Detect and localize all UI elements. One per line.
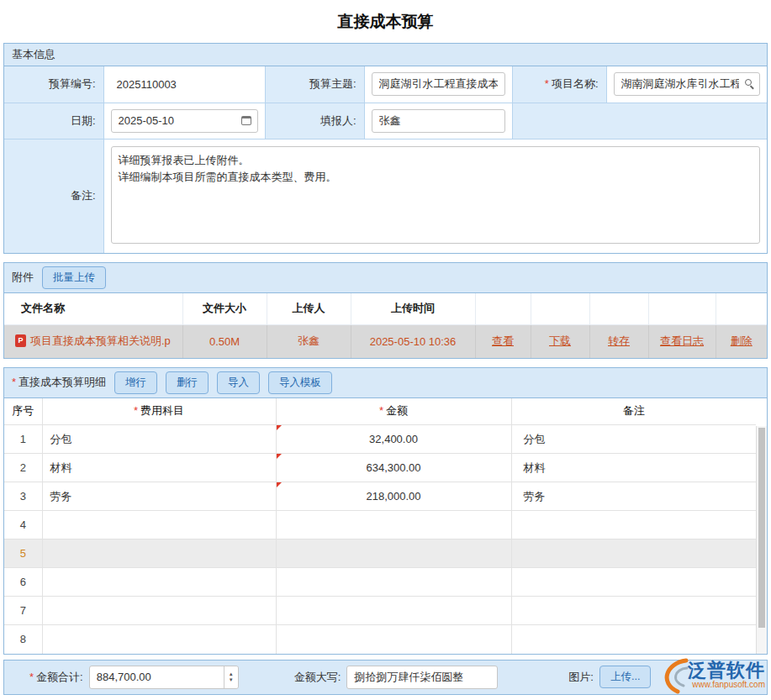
col-action xyxy=(531,293,589,325)
amount-cell[interactable] xyxy=(276,568,511,597)
reporter-input[interactable] xyxy=(372,109,505,133)
detail-row[interactable]: 4 xyxy=(4,511,756,539)
calendar-icon[interactable] xyxy=(241,116,251,125)
expense-subject-cell[interactable] xyxy=(42,597,276,625)
detail-row[interactable]: 1 分包 32,400.00 分包 xyxy=(4,425,756,454)
remark-cell[interactable] xyxy=(511,568,756,597)
col-uploader: 上传人 xyxy=(267,293,351,325)
date-input[interactable] xyxy=(111,109,258,133)
remark-cell[interactable] xyxy=(511,511,756,539)
attachment-uploader: 张鑫 xyxy=(267,325,351,358)
import-template-button[interactable]: 导入模板 xyxy=(268,371,332,394)
budget-no-label: 预算编号: xyxy=(4,66,103,103)
project-name-label: *项目名称: xyxy=(512,66,606,103)
amount-cell[interactable] xyxy=(276,597,511,625)
row-number-cell: 6 xyxy=(4,568,42,597)
remark-cell[interactable]: 材料 xyxy=(511,454,756,482)
scrollbar-thumb[interactable] xyxy=(758,428,765,628)
project-name-input[interactable] xyxy=(614,72,761,96)
download-link[interactable]: 下载 xyxy=(549,334,571,347)
row-number-cell: 5 xyxy=(4,539,42,568)
remark-cell[interactable]: 分包 xyxy=(511,425,756,454)
amount-cell[interactable] xyxy=(276,511,511,539)
amount-cell[interactable]: 634,300.00 xyxy=(276,454,511,482)
detail-panel: *直接成本预算明细 增行 删行 导入 导入模板 序号 *费用科目 *金额 备注 … xyxy=(3,367,768,655)
detail-row[interactable]: 8 xyxy=(4,625,756,654)
detail-table: 序号 *费用科目 *金额 备注 1 分包 32,400.00 分包 2 xyxy=(4,398,756,654)
import-button[interactable]: 导入 xyxy=(217,371,260,394)
amount-cell[interactable]: 218,000.00 xyxy=(276,482,511,511)
detail-section-title: *直接成本预算明细 xyxy=(12,375,106,390)
required-asterisk: * xyxy=(134,404,138,417)
row-number-cell: 7 xyxy=(4,597,42,625)
footer-bar: *金额合计: ▲ ▼ 金额大写: 图片: 上传... 泛普软件 www.fanp… xyxy=(3,660,768,695)
expense-subject-cell[interactable]: 分包 xyxy=(42,425,276,454)
attachments-panel: 附件 批量上传 文件名称 文件大小 上传人 上传时间 项目直接成本预算相关说明.… xyxy=(3,262,768,359)
image-upload-button[interactable]: 上传... xyxy=(599,666,651,688)
amount-in-words-input[interactable] xyxy=(346,666,498,689)
amount-in-words-label: 金额大写: xyxy=(294,670,341,685)
attachments-section-title: 附件 xyxy=(12,270,34,285)
amount-cell[interactable] xyxy=(276,625,511,654)
basic-info-panel: 基本信息 预算编号: 2025110003 预算主题: *项目名称: 日期: xyxy=(3,43,768,254)
budget-subject-input[interactable] xyxy=(372,72,505,96)
remark-label: 备注: xyxy=(4,139,103,253)
expense-subject-cell[interactable] xyxy=(42,511,276,539)
total-amount-label: *金额合计: xyxy=(29,670,83,685)
detail-row[interactable]: 7 xyxy=(4,597,756,625)
detail-row[interactable]: 5 xyxy=(4,539,756,568)
reporter-label: 填报人: xyxy=(265,103,364,139)
spinner-up-icon[interactable]: ▲ xyxy=(229,672,234,676)
expense-subject-cell[interactable]: 材料 xyxy=(42,454,276,482)
row-number-cell: 1 xyxy=(4,425,42,454)
remark-cell[interactable] xyxy=(511,539,756,568)
expense-subject-cell[interactable] xyxy=(42,625,276,654)
total-amount-input[interactable] xyxy=(89,666,239,689)
spinner-down-icon[interactable]: ▼ xyxy=(229,678,234,682)
col-expense-subject: *费用科目 xyxy=(42,398,276,425)
logo-site-url: www.fanpusoft.com xyxy=(692,681,765,690)
view-link[interactable]: 查看 xyxy=(492,334,514,347)
row-number-cell: 4 xyxy=(4,511,42,539)
col-action xyxy=(589,293,648,325)
delete-link[interactable]: 删除 xyxy=(731,334,753,347)
detail-row[interactable]: 3 劳务 218,000.00 劳务 xyxy=(4,482,756,511)
basic-info-section-title: 基本信息 xyxy=(12,47,55,62)
pdf-file-icon xyxy=(15,334,26,347)
fanpu-logo: 泛普软件 www.fanpusoft.com xyxy=(657,657,765,694)
transfer-link[interactable]: 转存 xyxy=(608,334,630,347)
amount-cell[interactable] xyxy=(276,539,511,568)
remark-cell[interactable] xyxy=(511,625,756,654)
image-label: 图片: xyxy=(568,670,594,685)
attachment-file-size: 0.50M xyxy=(182,325,267,358)
batch-upload-button[interactable]: 批量上传 xyxy=(42,266,106,289)
row-number-cell: 3 xyxy=(4,482,42,511)
col-amount: *金额 xyxy=(276,398,511,425)
empty-form-cell xyxy=(512,103,767,139)
expense-subject-cell[interactable]: 劳务 xyxy=(42,482,276,511)
amount-spinner[interactable]: ▲ ▼ xyxy=(224,666,238,688)
expense-subject-cell[interactable] xyxy=(42,539,276,568)
add-row-button[interactable]: 增行 xyxy=(114,371,157,394)
detail-row[interactable]: 6 xyxy=(4,568,756,597)
attachment-file-name[interactable]: 项目直接成本预算相关说明.p xyxy=(4,325,182,358)
page-title: 直接成本预算 xyxy=(0,0,771,43)
expense-subject-cell[interactable] xyxy=(42,568,276,597)
attachments-table: 文件名称 文件大小 上传人 上传时间 项目直接成本预算相关说明.p 0.50M … xyxy=(4,293,767,358)
remark-cell[interactable]: 劳务 xyxy=(511,482,756,511)
delete-row-button[interactable]: 删行 xyxy=(166,371,209,394)
budget-subject-label: 预算主题: xyxy=(265,66,364,103)
remark-textarea[interactable]: 详细预算报表已上传附件。 详细编制本项目所需的直接成本类型、费用。 xyxy=(111,146,761,244)
view-log-link[interactable]: 查看日志 xyxy=(660,334,704,347)
remark-cell[interactable] xyxy=(511,597,756,625)
required-asterisk: * xyxy=(545,77,549,90)
vertical-scrollbar[interactable] xyxy=(756,426,767,654)
amount-cell[interactable]: 32,400.00 xyxy=(276,425,511,454)
required-asterisk: * xyxy=(379,404,383,417)
detail-row[interactable]: 2 材料 634,300.00 材料 xyxy=(4,454,756,482)
search-icon[interactable] xyxy=(745,79,752,86)
col-row-number: 序号 xyxy=(4,398,42,425)
col-file-name: 文件名称 xyxy=(4,293,182,325)
col-upload-time: 上传时间 xyxy=(351,293,475,325)
row-number-cell: 2 xyxy=(4,454,42,482)
